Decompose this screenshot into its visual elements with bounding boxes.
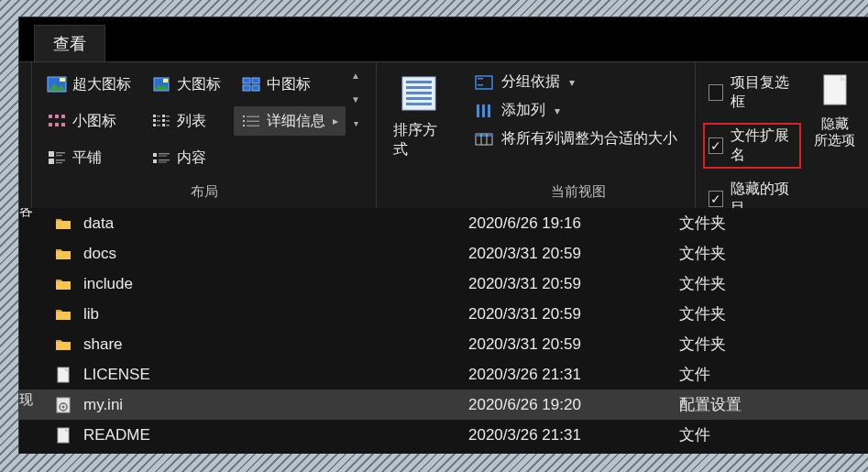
svg-rect-43 xyxy=(159,156,167,157)
file-type: 文件夹 xyxy=(679,213,868,234)
ribbon-tabbar: 查看 xyxy=(19,17,868,61)
file-row[interactable]: my.ini2020/6/26 19:20配置设置 xyxy=(19,390,868,420)
file-name: LICENSE xyxy=(83,366,468,384)
ribbon-caption-layout: 布局 xyxy=(32,178,376,208)
file-name: share xyxy=(83,335,468,354)
svg-rect-12 xyxy=(61,115,65,118)
svg-rect-11 xyxy=(55,115,59,118)
add-columns-icon xyxy=(474,103,494,119)
layout-list[interactable]: 列表 xyxy=(144,106,228,136)
layout-medium-icons[interactable]: 中图标 xyxy=(234,70,346,99)
edge-label-2: 现 xyxy=(19,391,33,409)
file-type: 文件夹 xyxy=(679,273,868,294)
layout-details[interactable]: 详细信息 ▸ xyxy=(234,106,346,136)
checkbox-checked-icon: ✓ xyxy=(709,137,723,154)
item-checkboxes-label: 项目复选框 xyxy=(731,73,796,112)
file-type: 文件 xyxy=(679,364,868,385)
svg-rect-57 xyxy=(488,104,490,117)
svg-rect-56 xyxy=(482,104,485,117)
svg-rect-4 xyxy=(163,79,168,82)
svg-rect-37 xyxy=(56,155,62,156)
svg-rect-27 xyxy=(166,125,170,126)
svg-rect-17 xyxy=(153,119,156,122)
file-type: 文件夹 xyxy=(679,334,868,355)
file-name: data xyxy=(83,214,468,233)
tab-view[interactable]: 查看 xyxy=(34,25,105,62)
extra-large-icons-icon xyxy=(47,76,67,93)
svg-rect-59 xyxy=(476,134,492,137)
file-row[interactable]: README2020/3/26 21:31文件 xyxy=(19,420,868,450)
file-list[interactable]: 各 现 data2020/6/26 19:16文件夹docs2020/3/31 … xyxy=(19,208,868,454)
svg-rect-34 xyxy=(49,151,54,157)
svg-rect-23 xyxy=(157,120,160,122)
file-name: README xyxy=(83,426,468,445)
file-icon xyxy=(54,396,72,414)
layout-scroll-down[interactable]: ▼ xyxy=(347,92,364,106)
layout-content[interactable]: 内容 xyxy=(144,143,228,172)
svg-rect-49 xyxy=(406,92,432,94)
file-row[interactable]: share2020/3/31 20:59文件夹 xyxy=(19,329,868,359)
file-icon xyxy=(54,426,72,445)
folder-icon xyxy=(54,335,72,354)
ribbon-group-show-hide: 项目复选框 ✓ 文件扩展名 ✓ 隐藏的项目 隐藏 xyxy=(696,62,868,208)
folder-icon xyxy=(54,245,72,263)
layout-tiles[interactable]: 平铺 xyxy=(39,143,138,172)
autosize-columns-button[interactable]: 将所有列调整为合适的大小 xyxy=(468,126,683,151)
file-row[interactable]: data2020/6/26 19:16文件夹 xyxy=(19,208,868,238)
item-checkboxes-toggle[interactable]: 项目复选框 xyxy=(703,70,801,115)
svg-rect-33 xyxy=(247,126,259,127)
sort-button[interactable]: 排序方式 xyxy=(384,68,454,163)
group-by-icon xyxy=(474,74,494,91)
file-type: 配置设置 xyxy=(679,394,868,415)
layout-large-icons[interactable]: 大图标 xyxy=(144,70,228,99)
file-type: 文件 xyxy=(679,424,868,445)
add-columns-label: 添加列 xyxy=(501,101,545,120)
layout-small-icons[interactable]: 小图标 xyxy=(39,106,138,136)
group-by-button[interactable]: 分组依据 ▾ xyxy=(468,70,683,94)
svg-rect-32 xyxy=(247,121,259,123)
folder-icon xyxy=(54,275,72,293)
svg-rect-39 xyxy=(56,162,62,163)
layout-label: 小图标 xyxy=(72,112,116,131)
svg-rect-47 xyxy=(406,81,432,83)
layout-label: 列表 xyxy=(177,112,206,131)
ribbon-nav-stub xyxy=(19,62,32,208)
file-date: 2020/3/31 20:59 xyxy=(468,275,679,293)
file-date: 2020/6/26 19:16 xyxy=(468,214,679,233)
svg-rect-19 xyxy=(162,115,165,117)
hide-selected-line1: 隐藏 xyxy=(821,115,849,132)
file-row[interactable]: docs2020/3/31 20:59文件夹 xyxy=(19,238,868,269)
layout-expand[interactable]: ▾ xyxy=(347,115,364,130)
large-icons-icon xyxy=(151,76,171,93)
svg-rect-28 xyxy=(243,115,245,117)
layout-scroll-up[interactable]: ▲ xyxy=(347,68,364,82)
svg-rect-25 xyxy=(166,115,170,117)
hide-selected-line2: 所选项 xyxy=(814,132,855,148)
ribbon-group-layout: 超大图标 大图标 中图标 小图标 xyxy=(32,62,377,208)
medium-icons-icon xyxy=(241,76,261,93)
sort-button-wrap: 排序方式 xyxy=(377,62,461,208)
file-row[interactable]: LICENSE2020/3/26 21:31文件 xyxy=(19,359,868,390)
svg-rect-48 xyxy=(406,86,432,89)
layout-label: 大图标 xyxy=(177,75,221,94)
svg-rect-24 xyxy=(157,125,160,126)
add-columns-button[interactable]: 添加列 ▾ xyxy=(468,98,683,123)
file-row[interactable]: include2020/3/31 20:59文件夹 xyxy=(19,269,868,299)
svg-rect-53 xyxy=(478,78,483,80)
svg-rect-22 xyxy=(157,115,160,117)
file-extensions-toggle[interactable]: ✓ 文件扩展名 xyxy=(703,123,801,169)
file-date: 2020/3/31 20:59 xyxy=(468,305,679,324)
file-name: docs xyxy=(83,245,468,263)
hide-selected-button[interactable]: 隐藏 所选项 xyxy=(807,68,861,148)
svg-rect-13 xyxy=(49,123,52,126)
chevron-down-icon: ▾ xyxy=(555,104,560,117)
svg-rect-26 xyxy=(166,120,170,122)
svg-rect-29 xyxy=(243,120,245,122)
folder-icon xyxy=(54,305,72,324)
autosize-label: 将所有列调整为合适的大小 xyxy=(501,129,677,148)
layout-extra-large-icons[interactable]: 超大图标 xyxy=(39,70,138,99)
file-row[interactable]: lib2020/3/31 20:59文件夹 xyxy=(19,299,868,329)
layout-label: 超大图标 xyxy=(72,75,131,94)
svg-rect-1 xyxy=(60,78,65,82)
layout-label: 详细信息 xyxy=(267,112,325,131)
